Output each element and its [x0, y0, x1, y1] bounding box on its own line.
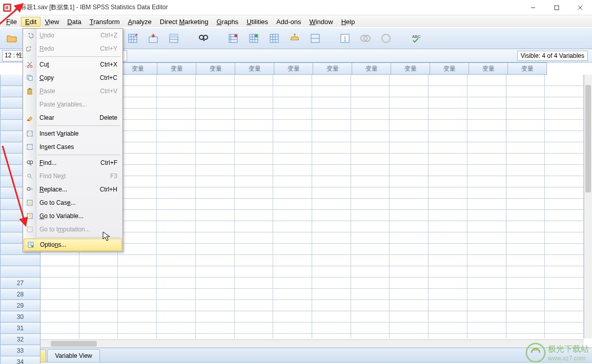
grid-cell[interactable]	[467, 75, 506, 86]
grid-cell[interactable]	[118, 323, 157, 334]
grid-cell[interactable]	[506, 120, 545, 131]
grid-cell[interactable]	[79, 289, 118, 300]
grid-cell[interactable]	[390, 255, 428, 266]
tool-icon-1[interactable]	[124, 30, 141, 47]
grid-cell[interactable]	[351, 154, 390, 165]
menu-item-go-to-variable[interactable]: Go to Variable...	[23, 209, 123, 223]
vertical-scrollbar[interactable]	[584, 75, 592, 338]
grid-cell[interactable]	[428, 199, 467, 210]
grid-cell[interactable]	[428, 221, 467, 232]
grid-cell[interactable]	[545, 210, 584, 221]
grid-cell[interactable]	[312, 154, 351, 165]
grid-cell[interactable]	[118, 210, 157, 221]
grid-cell[interactable]	[506, 221, 545, 232]
grid-cell[interactable]	[545, 232, 584, 244]
grid-cell[interactable]	[467, 142, 506, 154]
grid-cell[interactable]	[235, 232, 274, 244]
grid-cell[interactable]	[273, 334, 312, 338]
grid-cell[interactable]	[196, 120, 235, 131]
grid-cell[interactable]	[506, 142, 545, 154]
column-header[interactable]: 变量	[196, 62, 235, 75]
grid-cell[interactable]	[196, 323, 235, 334]
grid-cell[interactable]	[467, 232, 506, 244]
grid-cell[interactable]	[196, 109, 235, 120]
grid-cell[interactable]	[157, 277, 196, 289]
grid-cell[interactable]	[157, 266, 196, 277]
grid-cell[interactable]	[390, 154, 428, 165]
grid-cell[interactable]	[351, 131, 390, 142]
tool-icon-5[interactable]	[245, 30, 262, 47]
row-header[interactable]: 27	[0, 277, 40, 289]
grid-cell[interactable]	[235, 334, 274, 338]
grid-cell[interactable]	[40, 266, 79, 277]
grid-cell[interactable]	[118, 277, 157, 289]
grid-cell[interactable]	[157, 199, 196, 210]
menu-utilities[interactable]: Utilities	[242, 17, 272, 27]
grid-cell[interactable]	[467, 154, 506, 165]
grid-cell[interactable]	[273, 142, 312, 154]
grid-cell[interactable]	[545, 131, 584, 142]
grid-cell[interactable]	[118, 334, 157, 338]
grid-cell[interactable]	[312, 232, 351, 244]
grid-cell[interactable]	[118, 199, 157, 210]
grid-cell[interactable]	[312, 300, 351, 311]
grid-cell[interactable]	[235, 266, 274, 277]
grid-cell[interactable]	[428, 210, 467, 221]
grid-cell[interactable]	[545, 154, 584, 165]
grid-cell[interactable]	[235, 109, 274, 120]
grid-cell[interactable]	[545, 323, 584, 334]
grid-cell[interactable]	[351, 165, 390, 176]
grid-cell[interactable]	[273, 311, 312, 323]
grid-cell[interactable]	[545, 221, 584, 232]
grid-cell[interactable]	[351, 244, 390, 255]
grid-cell[interactable]	[118, 142, 157, 154]
grid-cell[interactable]	[390, 109, 428, 120]
row-header[interactable]	[0, 255, 40, 266]
grid-cell[interactable]	[545, 334, 584, 338]
grid-cell[interactable]	[235, 131, 274, 142]
grid-cell[interactable]	[428, 86, 467, 97]
menu-data[interactable]: Data	[63, 17, 85, 27]
grid-cell[interactable]	[545, 255, 584, 266]
grid-cell[interactable]	[157, 334, 196, 338]
menu-add-ons[interactable]: Add-ons	[272, 17, 305, 27]
grid-cell[interactable]	[118, 97, 157, 109]
tool-icon-9[interactable]	[377, 30, 395, 47]
grid-cell[interactable]	[312, 165, 351, 176]
grid-cell[interactable]	[351, 210, 390, 221]
grid-cell[interactable]	[40, 311, 79, 323]
grid-cell[interactable]	[40, 323, 79, 334]
grid-cell[interactable]	[467, 244, 506, 255]
tab-variable-view[interactable]: Variable View	[47, 349, 99, 362]
grid-cell[interactable]	[428, 255, 467, 266]
grid-cell[interactable]	[196, 221, 235, 232]
grid-cell[interactable]	[390, 199, 428, 210]
column-header[interactable]: 变量	[274, 62, 313, 75]
grid-cell[interactable]	[428, 109, 467, 120]
grid-cell[interactable]	[312, 75, 351, 86]
grid-cell[interactable]	[235, 255, 274, 266]
grid-cell[interactable]	[467, 277, 506, 289]
grid-cell[interactable]	[351, 289, 390, 300]
grid-cell[interactable]	[390, 266, 428, 277]
grid-cell[interactable]	[157, 289, 196, 300]
tool-icon-7[interactable]	[307, 30, 324, 47]
tool-icon-3[interactable]	[165, 30, 182, 47]
menu-item-find[interactable]: Find...Ctrl+F	[23, 156, 123, 169]
grid-cell[interactable]	[428, 131, 467, 142]
column-header[interactable]: 变量	[391, 62, 430, 75]
grid-cell[interactable]	[235, 187, 274, 199]
tool-icon-6[interactable]	[266, 30, 283, 47]
grid-cell[interactable]	[79, 311, 118, 323]
grid-cell[interactable]	[196, 86, 235, 97]
grid-cell[interactable]	[312, 97, 351, 109]
grid-cell[interactable]	[545, 120, 584, 131]
grid-cell[interactable]	[506, 255, 545, 266]
grid-cell[interactable]	[428, 187, 467, 199]
grid-cell[interactable]	[312, 221, 351, 232]
grid-cell[interactable]	[235, 142, 274, 154]
grid-cell[interactable]	[390, 232, 428, 244]
grid-cell[interactable]	[157, 131, 196, 142]
grid-cell[interactable]	[235, 244, 274, 255]
grid-cell[interactable]	[273, 75, 312, 86]
